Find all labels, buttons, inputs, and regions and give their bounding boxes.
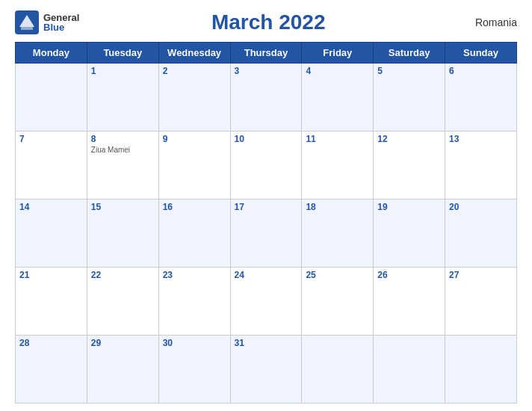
day-number: 23 (163, 270, 226, 280)
day-number: 13 (449, 134, 513, 144)
day-number: 5 (377, 66, 441, 76)
day-number: 19 (377, 202, 441, 212)
page-title: March 2022 (79, 10, 457, 34)
day-number: 29 (91, 338, 155, 348)
svg-rect-2 (21, 27, 33, 30)
day-number: 12 (377, 134, 441, 144)
calendar-cell: 12 (374, 132, 445, 200)
day-number: 26 (377, 270, 441, 280)
calendar-cell: 21 (16, 268, 87, 336)
day-number: 22 (91, 270, 155, 280)
col-monday: Monday (16, 43, 87, 64)
page-header: General Blue March 2022 Romania (15, 7, 517, 37)
calendar-cell: 1 (87, 64, 158, 132)
day-number: 18 (306, 202, 369, 212)
calendar-cell: 22 (87, 268, 158, 336)
day-number: 2 (163, 66, 226, 76)
week-row-4: 21222324252627 (16, 268, 517, 336)
calendar-cell: 9 (158, 132, 230, 200)
calendar-cell (374, 336, 445, 404)
calendar-table: Monday Tuesday Wednesday Thursday Friday… (15, 42, 517, 404)
calendar-cell: 28 (16, 336, 87, 404)
calendar-cell: 10 (230, 132, 302, 200)
day-number: 31 (235, 338, 298, 348)
calendar-cell: 14 (16, 200, 87, 268)
col-saturday: Saturday (374, 43, 445, 64)
week-row-3: 14151617181920 (16, 200, 517, 268)
logo-blue-text: Blue (43, 22, 79, 32)
day-number: 4 (306, 66, 369, 76)
calendar-cell: 20 (445, 200, 517, 268)
calendar-cell: 17 (230, 200, 302, 268)
calendar-cell: 3 (230, 64, 302, 132)
calendar-cell: 5 (374, 64, 445, 132)
col-sunday: Sunday (445, 43, 517, 64)
day-number: 24 (235, 270, 298, 280)
day-number: 15 (91, 202, 155, 212)
day-number: 3 (235, 66, 298, 76)
day-number: 7 (19, 134, 83, 144)
calendar-cell: 8Ziua Mamei (87, 132, 158, 200)
col-friday: Friday (302, 43, 374, 64)
week-row-5: 28293031 (16, 336, 517, 404)
calendar-cell: 19 (374, 200, 445, 268)
col-tuesday: Tuesday (87, 43, 158, 64)
calendar-cell: 25 (302, 268, 374, 336)
calendar-cell: 18 (302, 200, 374, 268)
calendar-cell (445, 336, 517, 404)
day-number: 1 (91, 66, 155, 76)
day-number: 25 (306, 270, 369, 280)
calendar-cell: 13 (445, 132, 517, 200)
calendar-cell: 27 (445, 268, 517, 336)
day-number: 14 (19, 202, 83, 212)
calendar-cell: 7 (16, 132, 87, 200)
calendar-cell: 29 (87, 336, 158, 404)
logo-icon (15, 10, 39, 34)
days-of-week-row: Monday Tuesday Wednesday Thursday Friday… (16, 43, 517, 64)
calendar-cell: 4 (302, 64, 374, 132)
calendar-cell (16, 64, 87, 132)
col-wednesday: Wednesday (158, 43, 230, 64)
calendar-cell: 23 (158, 268, 230, 336)
day-number: 8 (91, 134, 155, 144)
week-row-1: 123456 (16, 64, 517, 132)
week-row-2: 78Ziua Mamei910111213 (16, 132, 517, 200)
calendar-cell: 26 (374, 268, 445, 336)
day-number: 28 (19, 338, 83, 348)
calendar-cell: 15 (87, 200, 158, 268)
day-number: 9 (163, 134, 226, 144)
country-label: Romania (457, 16, 517, 28)
day-number: 30 (163, 338, 226, 348)
calendar-cell: 11 (302, 132, 374, 200)
col-thursday: Thursday (230, 43, 302, 64)
day-number: 11 (306, 134, 369, 144)
calendar-cell: 30 (158, 336, 230, 404)
calendar-cell: 6 (445, 64, 517, 132)
logo: General Blue (15, 10, 79, 34)
calendar-cell (302, 336, 374, 404)
day-number: 27 (449, 270, 513, 280)
day-number: 6 (449, 66, 513, 76)
day-number: 10 (235, 134, 298, 144)
calendar-cell: 24 (230, 268, 302, 336)
calendar-cell: 2 (158, 64, 230, 132)
day-number: 17 (235, 202, 298, 212)
day-number: 20 (449, 202, 513, 212)
logo-text: General Blue (43, 13, 79, 32)
event-label: Ziua Mamei (91, 146, 155, 154)
calendar-cell: 31 (230, 336, 302, 404)
day-number: 21 (19, 270, 83, 280)
calendar-cell: 16 (158, 200, 230, 268)
day-number: 16 (163, 202, 226, 212)
